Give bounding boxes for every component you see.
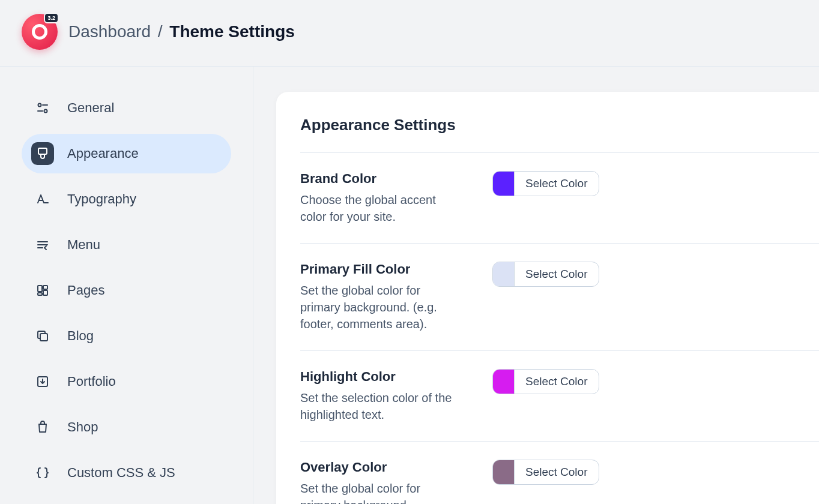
setting-description: Set the selection color of the highlight… xyxy=(300,389,456,423)
menu-collapse-icon xyxy=(31,233,54,256)
sidebar-item-label: Menu xyxy=(67,237,100,253)
sidebar-item-typography[interactable]: Typography xyxy=(22,179,231,219)
setting-label: Primary Fill Color xyxy=(300,262,456,277)
color-swatch xyxy=(493,262,515,286)
setting-description: Set the global color for primary backgro… xyxy=(300,282,456,332)
typography-icon xyxy=(31,188,54,211)
setting-text: Primary Fill ColorSet the global color f… xyxy=(300,262,456,332)
select-color-button[interactable]: Select Color xyxy=(492,460,599,485)
sidebar-item-label: General xyxy=(67,100,114,116)
header: 3.2 Dashboard / Theme Settings xyxy=(0,0,819,66)
sidebar-item-label: Blog xyxy=(67,328,94,344)
svg-point-2 xyxy=(44,110,47,113)
settings-panel: Appearance Settings Brand ColorChoose th… xyxy=(276,92,819,504)
breadcrumb: Dashboard / Theme Settings xyxy=(68,22,295,41)
shopping-bag-icon xyxy=(31,416,54,439)
sidebar-item-menu[interactable]: Menu xyxy=(22,225,231,265)
setting-label: Overlay Color xyxy=(300,460,456,475)
setting-label: Brand Color xyxy=(300,171,456,187)
sidebar-item-appearance[interactable]: Appearance xyxy=(22,134,231,173)
version-badge: 3.2 xyxy=(44,13,59,23)
svg-rect-14 xyxy=(40,334,47,341)
breadcrumb-separator: / xyxy=(158,22,163,41)
select-color-label: Select Color xyxy=(515,262,599,286)
svg-rect-13 xyxy=(38,293,42,295)
sidebar-item-portfolio[interactable]: Portfolio xyxy=(22,362,231,401)
color-swatch xyxy=(493,370,515,394)
panel-title: Appearance Settings xyxy=(300,116,819,134)
setting-label: Highlight Color xyxy=(300,369,456,385)
select-color-button[interactable]: Select Color xyxy=(492,369,599,394)
sidebar-item-label: Pages xyxy=(67,283,104,298)
main-content: Appearance Settings Brand ColorChoose th… xyxy=(253,67,819,504)
sidebar-item-custom-css-js[interactable]: Custom CSS & JS xyxy=(22,453,231,493)
breadcrumb-root[interactable]: Dashboard xyxy=(68,22,151,41)
setting-row: Primary Fill ColorSet the global color f… xyxy=(300,243,819,350)
sidebar-item-blog[interactable]: Blog xyxy=(22,316,231,356)
sidebar-item-pages[interactable]: Pages xyxy=(22,271,231,310)
copy-icon xyxy=(31,325,54,347)
breadcrumb-current: Theme Settings xyxy=(169,22,294,41)
layout-grid-icon xyxy=(31,279,54,302)
setting-text: Overlay ColorSet the global color for pr… xyxy=(300,460,456,504)
select-color-label: Select Color xyxy=(515,172,599,196)
sidebar-item-general[interactable]: General xyxy=(22,88,231,128)
svg-rect-11 xyxy=(43,286,47,289)
color-swatch xyxy=(493,460,515,484)
sidebar-item-label: Shop xyxy=(67,419,98,435)
app-logo[interactable]: 3.2 xyxy=(22,14,58,50)
sidebar-item-shop[interactable]: Shop xyxy=(22,407,231,447)
svg-rect-4 xyxy=(38,148,47,154)
setting-row: Highlight ColorSet the selection color o… xyxy=(300,350,819,441)
brush-icon xyxy=(31,142,54,165)
svg-rect-10 xyxy=(38,286,42,292)
sidebar: GeneralAppearanceTypographyMenuPagesBlog… xyxy=(0,67,253,504)
braces-icon xyxy=(31,461,54,484)
sidebar-item-label: Portfolio xyxy=(67,374,116,389)
select-color-button[interactable]: Select Color xyxy=(492,262,599,287)
setting-description: Choose the global accent color for your … xyxy=(300,191,456,225)
setting-text: Brand ColorChoose the global accent colo… xyxy=(300,171,456,225)
setting-row: Brand ColorChoose the global accent colo… xyxy=(300,152,819,243)
select-color-label: Select Color xyxy=(515,370,599,394)
image-download-icon xyxy=(31,370,54,393)
svg-rect-12 xyxy=(43,290,47,295)
settings-sliders-icon xyxy=(31,97,54,119)
select-color-button[interactable]: Select Color xyxy=(492,171,599,196)
sidebar-item-maintenance[interactable]: Maintenance Mode xyxy=(22,499,231,504)
sidebar-item-label: Custom CSS & JS xyxy=(67,465,175,481)
sidebar-item-label: Typography xyxy=(67,191,136,207)
select-color-label: Select Color xyxy=(515,460,599,484)
setting-text: Highlight ColorSet the selection color o… xyxy=(300,369,456,423)
sidebar-item-label: Appearance xyxy=(67,146,139,161)
svg-point-0 xyxy=(38,104,41,107)
setting-row: Overlay ColorSet the global color for pr… xyxy=(300,441,819,504)
setting-description: Set the global color for primary backgro… xyxy=(300,480,456,504)
color-swatch xyxy=(493,172,515,196)
